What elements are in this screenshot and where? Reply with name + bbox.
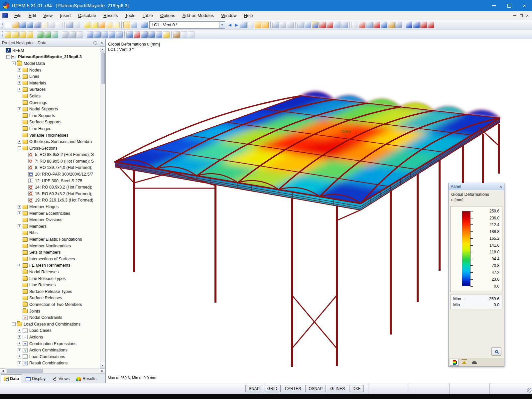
tree-item[interactable]: Surface Release Types — [0, 288, 100, 295]
load-case-selector[interactable]: LC1 - Vent 0 ° ▾ — [149, 21, 225, 29]
menu-item[interactable]: Window — [217, 12, 240, 19]
tree-item[interactable]: 14: RO 88.9x3.2 (Hot Formed); — [0, 184, 100, 191]
grid-points-icon[interactable] — [334, 22, 340, 28]
tree-item[interactable]: 15: RO 60.3x3.2 (Hot Formed); — [0, 191, 100, 197]
tree-item[interactable]: Nodal Releases — [0, 269, 100, 275]
tree-item[interactable]: FE Mesh Refinements — [0, 262, 100, 269]
options-gear-icon[interactable] — [395, 22, 402, 28]
tree-item[interactable]: 5: RO 88.9x3.2 (Hot Formed); S — [0, 152, 100, 158]
tree-item[interactable]: Orthotropic Surfaces and Membra — [0, 138, 100, 145]
tree-item[interactable]: Sets of Members — [0, 249, 100, 256]
tree-item[interactable]: Line Hinges — [0, 125, 100, 132]
tree-expander[interactable] — [6, 55, 10, 59]
result-table2-icon[interactable] — [287, 22, 294, 28]
tree-item[interactable]: Members — [0, 223, 100, 230]
toolbar-separator[interactable] — [349, 22, 350, 28]
tree-item[interactable]: Action Combinations — [0, 347, 100, 353]
calculation-icon[interactable] — [312, 22, 319, 28]
new-member-icon[interactable] — [37, 31, 44, 38]
tree-item[interactable]: 10: RRO-PAR 300/200/6/12.5/7 — [0, 171, 100, 178]
tree-item[interactable]: Result Combinations — [0, 360, 100, 367]
toolbar-separator[interactable] — [35, 31, 35, 38]
tree-expander[interactable] — [18, 81, 21, 85]
tree-item[interactable]: Materials — [0, 80, 100, 86]
menu-item[interactable]: Table — [139, 12, 157, 19]
next-load-case-button[interactable]: ▶ — [233, 22, 239, 28]
animation-icon[interactable] — [272, 22, 279, 28]
tree-item[interactable]: 8: RO 139.7x4.0 (Hot Formed); — [0, 165, 100, 171]
toolbar-separator[interactable] — [404, 22, 404, 28]
menu-item[interactable]: Options — [157, 12, 179, 19]
generated-load-icon[interactable] — [163, 31, 170, 38]
new-node-icon[interactable] — [5, 31, 11, 38]
factors-tab[interactable] — [460, 359, 468, 366]
graphics-viewport[interactable]: 259.6 Global Deformations u [mm] LC1 : V… — [106, 39, 532, 383]
tree-item[interactable]: 7: RO 88.9x5.0 (Hot Formed); S — [0, 158, 100, 165]
tree-expander[interactable] — [18, 224, 21, 228]
edit-dimension-icon[interactable] — [69, 31, 76, 38]
navigator-tab[interactable]: Views — [49, 374, 72, 383]
panel-close-icon[interactable]: × — [499, 184, 502, 189]
tree-item[interactable]: Solids — [0, 93, 100, 99]
tree-expander[interactable] — [18, 88, 21, 91]
tree-item[interactable]: Member Nonlinearities — [0, 243, 100, 249]
new-load-icon[interactable] — [156, 31, 162, 38]
scroll-left-icon[interactable]: ◀ — [0, 368, 5, 374]
color-scale-tab[interactable] — [450, 359, 459, 366]
show-values-icon[interactable] — [255, 22, 261, 28]
scroll-right-icon[interactable]: ▶ — [100, 368, 105, 374]
toolbar-grip[interactable] — [2, 22, 3, 28]
zoom-out-icon[interactable] — [188, 31, 195, 38]
tree-item[interactable]: Surface Releases — [0, 295, 100, 302]
menu-item[interactable]: View — [40, 12, 56, 19]
new-solid-icon[interactable] — [101, 31, 108, 38]
new-surface-tool-icon[interactable] — [87, 31, 93, 38]
mirror-view-icon[interactable] — [366, 22, 373, 28]
status-toggle-button[interactable]: SNAP — [245, 385, 263, 392]
toolbar-separator[interactable] — [171, 31, 172, 38]
status-toggle-button[interactable]: GLINES — [327, 385, 348, 392]
zoom-in-icon[interactable] — [181, 31, 187, 38]
tree-item[interactable]: Line Releases — [0, 282, 100, 288]
mdi-close-icon[interactable]: × — [526, 13, 529, 18]
new-line-support-icon[interactable] — [116, 31, 123, 38]
info-icon[interactable] — [381, 22, 387, 28]
tree-item[interactable]: Model Data — [0, 60, 100, 67]
new-nodal-support-icon[interactable] — [109, 31, 115, 38]
tree-expander[interactable] — [18, 348, 21, 352]
tree-item[interactable]: PlateauSportifMayotte_219ep6.3 — [0, 54, 100, 61]
scrollbar-thumb[interactable] — [101, 53, 105, 84]
toolbar-separator[interactable] — [139, 22, 139, 28]
move-load-icon[interactable] — [141, 22, 148, 28]
new-comment-icon[interactable] — [113, 22, 120, 28]
navigator-tab[interactable]: Display — [23, 374, 49, 383]
status-toggle-button[interactable]: CARTES — [282, 385, 304, 392]
toolbar-separator[interactable] — [82, 22, 82, 28]
tree-expander[interactable] — [18, 342, 21, 345]
import-model-icon[interactable] — [27, 22, 33, 28]
tree-item[interactable]: Variable Thicknesses — [0, 132, 100, 139]
pick-object-icon[interactable] — [106, 22, 112, 28]
new-set-of-members-icon[interactable] — [44, 31, 51, 38]
status-toggle-button[interactable]: OSNAP — [305, 385, 326, 392]
panel-toggle-icon[interactable] — [406, 22, 412, 28]
menu-item[interactable]: Add-on Modules — [179, 12, 218, 19]
toolbar-separator[interactable] — [60, 31, 60, 38]
scrollbar-thumb[interactable] — [7, 369, 43, 373]
menu-item[interactable]: Insert — [56, 12, 74, 19]
tree-item[interactable]: Member Elastic Foundations — [0, 236, 100, 243]
fe-mesh-icon[interactable] — [297, 22, 304, 28]
tree-vertical-scrollbar[interactable]: ▲ ▼ — [100, 47, 105, 368]
tree-expander[interactable] — [18, 211, 21, 215]
open-project-icon[interactable] — [19, 22, 26, 28]
tree-expander[interactable] — [12, 322, 16, 326]
tree-item[interactable]: Lines — [0, 73, 100, 80]
history-icon[interactable] — [388, 22, 395, 28]
tree-item[interactable]: Load Cases and Combinations — [0, 321, 100, 328]
navigator-close-icon[interactable]: × — [100, 40, 103, 45]
tree-item[interactable]: Load Combinations — [0, 353, 100, 360]
tree-expander[interactable] — [18, 146, 21, 150]
toolbar-separator[interactable] — [121, 22, 122, 28]
menu-item[interactable]: File — [11, 12, 25, 19]
tree-item[interactable]: Load Cases — [0, 328, 100, 334]
